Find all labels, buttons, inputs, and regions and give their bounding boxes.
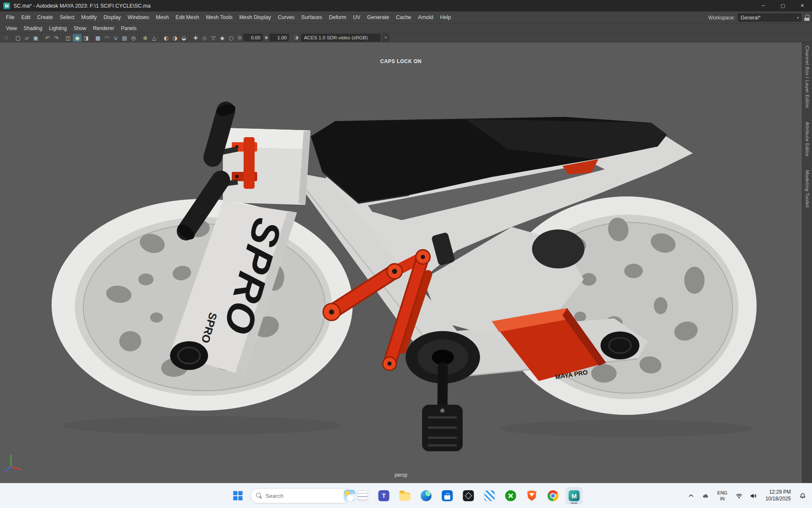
- soft-select-field[interactable]: [269, 34, 289, 41]
- paint-effects-icon[interactable]: ✚: [191, 34, 200, 42]
- minimize-button[interactable]: ─: [754, 0, 773, 11]
- render-settings-icon[interactable]: ◒: [179, 34, 188, 42]
- search-input[interactable]: [266, 493, 340, 499]
- snap-value-field[interactable]: [243, 34, 263, 41]
- menu-item[interactable]: Help: [436, 12, 454, 22]
- file-explorer-icon: [400, 492, 411, 501]
- taskbar-app-xbox[interactable]: [502, 487, 519, 504]
- tab-modeling-toolkit[interactable]: Modeling Toolkit: [805, 170, 810, 208]
- snap-curve-icon[interactable]: ◠: [102, 34, 111, 42]
- pedal[interactable]: [422, 405, 463, 451]
- taskbar-app-edge[interactable]: [418, 487, 435, 504]
- start-button[interactable]: [230, 487, 247, 504]
- redo-icon[interactable]: ↷: [52, 34, 61, 42]
- render-icon[interactable]: ◐: [162, 34, 170, 42]
- panel-menu-item[interactable]: Lighting: [46, 24, 70, 33]
- taskbar-app-maya[interactable]: M: [566, 487, 583, 504]
- notification-bell-icon[interactable]: [798, 487, 808, 504]
- menu-item[interactable]: Cache: [392, 12, 414, 22]
- close-button[interactable]: ✕: [793, 0, 812, 11]
- symmetry-icon[interactable]: △: [150, 34, 159, 42]
- save-scene-icon[interactable]: ▣: [31, 34, 40, 42]
- snap-plane-icon[interactable]: ▤: [120, 34, 129, 42]
- camera-label: persp: [395, 472, 407, 478]
- weather-widget-icon[interactable]: [344, 490, 356, 502]
- menu-item[interactable]: Select: [56, 12, 78, 22]
- front-hub[interactable]: [170, 341, 208, 370]
- menu-item[interactable]: Edit Mesh: [172, 12, 203, 22]
- snap-view-icon[interactable]: ◎: [129, 34, 138, 42]
- taskbar-app-teams[interactable]: T: [376, 487, 392, 504]
- taskbar-app-paint[interactable]: [481, 487, 498, 504]
- menu-item[interactable]: Arnold: [414, 12, 436, 22]
- edge-icon: [421, 490, 432, 501]
- menu-item[interactable]: Create: [34, 12, 57, 22]
- viewport[interactable]: MAYA PRO: [0, 42, 802, 483]
- wifi-icon[interactable]: [734, 487, 744, 504]
- menu-item[interactable]: Mesh Display: [236, 12, 274, 22]
- menu-item[interactable]: Edit: [18, 12, 34, 22]
- panel-menu-item[interactable]: Show: [70, 24, 90, 33]
- uv-editor-icon[interactable]: ▽: [209, 34, 218, 42]
- select-component-icon[interactable]: ◨: [82, 34, 91, 42]
- scene-3d[interactable]: MAYA PRO: [0, 42, 802, 483]
- open-scene-icon[interactable]: ▱: [22, 34, 31, 42]
- menu-item[interactable]: Display: [100, 12, 124, 22]
- chrome-icon: [548, 490, 559, 501]
- construction-history-icon[interactable]: ⊕: [141, 34, 150, 42]
- ipr-render-icon[interactable]: ◑: [170, 34, 179, 42]
- panel-menu-item[interactable]: View: [3, 24, 20, 33]
- toon-outline-icon[interactable]: ◇: [200, 34, 209, 42]
- panel-menu-item[interactable]: Renderer: [90, 24, 118, 33]
- menu-item[interactable]: Mesh Tools: [203, 12, 236, 22]
- under-seat-shock[interactable]: [532, 229, 584, 268]
- menu-item[interactable]: Mesh: [153, 12, 173, 22]
- tray-time: 12:29 PM: [765, 489, 791, 496]
- menu-item[interactable]: Windows: [124, 12, 153, 22]
- tab-channel-box[interactable]: Channel Box / Layer Editor: [805, 46, 810, 108]
- toolbar-separator: [160, 33, 160, 40]
- rear-hub[interactable]: [601, 331, 639, 359]
- workspace-dropdown[interactable]: General* ▾: [738, 14, 801, 22]
- language-switcher[interactable]: ENG IN: [715, 489, 730, 503]
- menu-item[interactable]: Surfaces: [298, 12, 325, 22]
- menu-item[interactable]: File: [3, 12, 18, 22]
- taskbar-app-cube[interactable]: [460, 487, 477, 504]
- taskbar-app-store[interactable]: [439, 487, 456, 504]
- taskbar-app-notepad[interactable]: [354, 487, 371, 504]
- sphere-primitive-icon[interactable]: ○: [227, 34, 236, 42]
- taskbar-search[interactable]: [251, 488, 350, 503]
- menu-item[interactable]: Modify: [78, 12, 100, 22]
- language-line2: IN: [717, 496, 727, 502]
- windows-taskbar: T M ENG IN: [0, 483, 812, 508]
- taskbar-app-chrome[interactable]: [545, 487, 562, 504]
- tab-attribute-editor[interactable]: Attribute Editor: [805, 122, 810, 157]
- onedrive-cloud-icon[interactable]: [700, 487, 711, 504]
- maya-app-icon: M: [3, 3, 10, 9]
- subdiv-icon[interactable]: ◆: [218, 34, 227, 42]
- crank-assembly[interactable]: [406, 331, 480, 451]
- new-scene-icon[interactable]: ▢: [14, 34, 22, 42]
- panel-menu-item[interactable]: Shading: [20, 24, 46, 33]
- lock-icon[interactable]: [804, 15, 809, 21]
- select-hierarchy-icon[interactable]: ◫: [64, 34, 73, 42]
- undo-icon[interactable]: ↶: [43, 34, 52, 42]
- head-tube[interactable]: [223, 128, 310, 205]
- taskbar-app-file-explorer[interactable]: [397, 487, 414, 504]
- panel-menu-item[interactable]: Panels: [118, 24, 140, 33]
- snap-point-icon[interactable]: ∪: [111, 34, 120, 42]
- taskbar-app-brave[interactable]: [524, 487, 540, 504]
- tray-chevron-icon[interactable]: [686, 487, 696, 504]
- colorspace-arrow[interactable]: ▾: [382, 34, 389, 41]
- grip-icon[interactable]: ∷: [2, 34, 11, 42]
- select-object-icon[interactable]: ◉: [73, 34, 82, 42]
- snap-grid-icon[interactable]: ▦: [93, 34, 102, 42]
- volume-icon[interactable]: [749, 487, 759, 504]
- clock[interactable]: 12:29 PM 10/18/2025: [763, 488, 793, 503]
- menu-item[interactable]: Deform: [326, 12, 350, 22]
- maximize-button[interactable]: □: [773, 0, 793, 11]
- colorspace-dropdown[interactable]: ACES 1.0 SDR-video (sRGB): [301, 34, 381, 41]
- menu-item[interactable]: Generate: [364, 12, 392, 22]
- menu-item[interactable]: UV: [350, 12, 364, 22]
- menu-item[interactable]: Curves: [274, 12, 298, 22]
